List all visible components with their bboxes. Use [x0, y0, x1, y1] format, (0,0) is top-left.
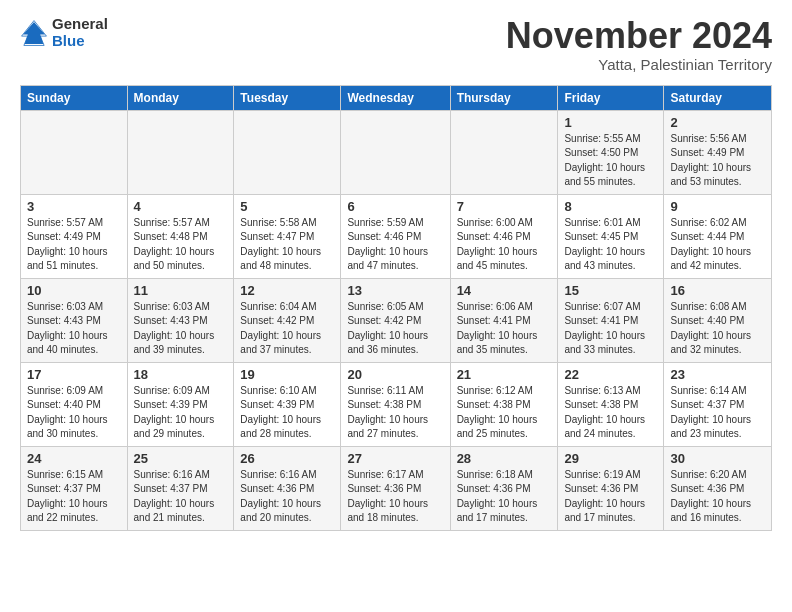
day-info: Sunrise: 6:14 AM Sunset: 4:37 PM Dayligh…: [670, 384, 765, 442]
calendar-header-friday: Friday: [558, 85, 664, 110]
svg-marker-0: [23, 22, 45, 44]
day-number: 6: [347, 199, 443, 214]
day-info: Sunrise: 6:16 AM Sunset: 4:37 PM Dayligh…: [134, 468, 228, 526]
calendar-week-row: 1Sunrise: 5:55 AM Sunset: 4:50 PM Daylig…: [21, 110, 772, 194]
day-info: Sunrise: 6:06 AM Sunset: 4:41 PM Dayligh…: [457, 300, 552, 358]
day-number: 30: [670, 451, 765, 466]
day-number: 14: [457, 283, 552, 298]
calendar-cell: 28Sunrise: 6:18 AM Sunset: 4:36 PM Dayli…: [450, 446, 558, 530]
day-info: Sunrise: 6:20 AM Sunset: 4:36 PM Dayligh…: [670, 468, 765, 526]
calendar-cell: 16Sunrise: 6:08 AM Sunset: 4:40 PM Dayli…: [664, 278, 772, 362]
calendar-cell: 26Sunrise: 6:16 AM Sunset: 4:36 PM Dayli…: [234, 446, 341, 530]
calendar-cell: 4Sunrise: 5:57 AM Sunset: 4:48 PM Daylig…: [127, 194, 234, 278]
calendar-cell: 14Sunrise: 6:06 AM Sunset: 4:41 PM Dayli…: [450, 278, 558, 362]
day-number: 21: [457, 367, 552, 382]
calendar-cell: 17Sunrise: 6:09 AM Sunset: 4:40 PM Dayli…: [21, 362, 128, 446]
page: General Blue November 2024 Yatta, Palest…: [0, 0, 792, 547]
day-info: Sunrise: 6:12 AM Sunset: 4:38 PM Dayligh…: [457, 384, 552, 442]
day-number: 29: [564, 451, 657, 466]
calendar-cell: 11Sunrise: 6:03 AM Sunset: 4:43 PM Dayli…: [127, 278, 234, 362]
day-number: 8: [564, 199, 657, 214]
calendar-cell: 1Sunrise: 5:55 AM Sunset: 4:50 PM Daylig…: [558, 110, 664, 194]
day-number: 24: [27, 451, 121, 466]
calendar-cell: 2Sunrise: 5:56 AM Sunset: 4:49 PM Daylig…: [664, 110, 772, 194]
calendar-cell: [21, 110, 128, 194]
calendar-cell: 23Sunrise: 6:14 AM Sunset: 4:37 PM Dayli…: [664, 362, 772, 446]
calendar-cell: 9Sunrise: 6:02 AM Sunset: 4:44 PM Daylig…: [664, 194, 772, 278]
day-info: Sunrise: 5:59 AM Sunset: 4:46 PM Dayligh…: [347, 216, 443, 274]
calendar-cell: 7Sunrise: 6:00 AM Sunset: 4:46 PM Daylig…: [450, 194, 558, 278]
day-number: 16: [670, 283, 765, 298]
day-info: Sunrise: 6:19 AM Sunset: 4:36 PM Dayligh…: [564, 468, 657, 526]
day-number: 26: [240, 451, 334, 466]
day-info: Sunrise: 5:57 AM Sunset: 4:48 PM Dayligh…: [134, 216, 228, 274]
day-number: 25: [134, 451, 228, 466]
calendar-cell: 30Sunrise: 6:20 AM Sunset: 4:36 PM Dayli…: [664, 446, 772, 530]
day-number: 7: [457, 199, 552, 214]
day-number: 28: [457, 451, 552, 466]
calendar-header-sunday: Sunday: [21, 85, 128, 110]
calendar-header-wednesday: Wednesday: [341, 85, 450, 110]
calendar-cell: 5Sunrise: 5:58 AM Sunset: 4:47 PM Daylig…: [234, 194, 341, 278]
day-info: Sunrise: 6:02 AM Sunset: 4:44 PM Dayligh…: [670, 216, 765, 274]
day-info: Sunrise: 6:09 AM Sunset: 4:40 PM Dayligh…: [27, 384, 121, 442]
day-info: Sunrise: 6:11 AM Sunset: 4:38 PM Dayligh…: [347, 384, 443, 442]
day-info: Sunrise: 5:58 AM Sunset: 4:47 PM Dayligh…: [240, 216, 334, 274]
calendar-cell: 22Sunrise: 6:13 AM Sunset: 4:38 PM Dayli…: [558, 362, 664, 446]
day-info: Sunrise: 5:56 AM Sunset: 4:49 PM Dayligh…: [670, 132, 765, 190]
day-info: Sunrise: 6:04 AM Sunset: 4:42 PM Dayligh…: [240, 300, 334, 358]
calendar-cell: 19Sunrise: 6:10 AM Sunset: 4:39 PM Dayli…: [234, 362, 341, 446]
calendar-cell: 10Sunrise: 6:03 AM Sunset: 4:43 PM Dayli…: [21, 278, 128, 362]
day-info: Sunrise: 5:57 AM Sunset: 4:49 PM Dayligh…: [27, 216, 121, 274]
day-info: Sunrise: 6:16 AM Sunset: 4:36 PM Dayligh…: [240, 468, 334, 526]
calendar-cell: 15Sunrise: 6:07 AM Sunset: 4:41 PM Dayli…: [558, 278, 664, 362]
calendar-week-row: 3Sunrise: 5:57 AM Sunset: 4:49 PM Daylig…: [21, 194, 772, 278]
calendar-cell: 25Sunrise: 6:16 AM Sunset: 4:37 PM Dayli…: [127, 446, 234, 530]
calendar-cell: 20Sunrise: 6:11 AM Sunset: 4:38 PM Dayli…: [341, 362, 450, 446]
day-number: 20: [347, 367, 443, 382]
month-title: November 2024: [506, 16, 772, 56]
calendar-cell: 18Sunrise: 6:09 AM Sunset: 4:39 PM Dayli…: [127, 362, 234, 446]
day-number: 17: [27, 367, 121, 382]
day-info: Sunrise: 6:07 AM Sunset: 4:41 PM Dayligh…: [564, 300, 657, 358]
logo-blue-text: Blue: [52, 33, 108, 50]
day-number: 2: [670, 115, 765, 130]
day-info: Sunrise: 5:55 AM Sunset: 4:50 PM Dayligh…: [564, 132, 657, 190]
calendar-week-row: 24Sunrise: 6:15 AM Sunset: 4:37 PM Dayli…: [21, 446, 772, 530]
day-number: 3: [27, 199, 121, 214]
day-info: Sunrise: 6:10 AM Sunset: 4:39 PM Dayligh…: [240, 384, 334, 442]
day-info: Sunrise: 6:09 AM Sunset: 4:39 PM Dayligh…: [134, 384, 228, 442]
calendar-header-tuesday: Tuesday: [234, 85, 341, 110]
day-number: 4: [134, 199, 228, 214]
calendar-cell: 13Sunrise: 6:05 AM Sunset: 4:42 PM Dayli…: [341, 278, 450, 362]
subtitle: Yatta, Palestinian Territory: [506, 56, 772, 73]
calendar-cell: [234, 110, 341, 194]
day-info: Sunrise: 6:05 AM Sunset: 4:42 PM Dayligh…: [347, 300, 443, 358]
logo-icon: [20, 19, 48, 47]
calendar-header-monday: Monday: [127, 85, 234, 110]
day-number: 19: [240, 367, 334, 382]
calendar-cell: [341, 110, 450, 194]
logo: General Blue: [20, 16, 108, 49]
calendar-cell: 6Sunrise: 5:59 AM Sunset: 4:46 PM Daylig…: [341, 194, 450, 278]
day-number: 12: [240, 283, 334, 298]
calendar-header-row: SundayMondayTuesdayWednesdayThursdayFrid…: [21, 85, 772, 110]
day-info: Sunrise: 6:01 AM Sunset: 4:45 PM Dayligh…: [564, 216, 657, 274]
header: General Blue November 2024 Yatta, Palest…: [20, 16, 772, 73]
day-info: Sunrise: 6:03 AM Sunset: 4:43 PM Dayligh…: [134, 300, 228, 358]
logo-general-text: General: [52, 16, 108, 33]
day-info: Sunrise: 6:15 AM Sunset: 4:37 PM Dayligh…: [27, 468, 121, 526]
calendar-cell: 21Sunrise: 6:12 AM Sunset: 4:38 PM Dayli…: [450, 362, 558, 446]
calendar-cell: 12Sunrise: 6:04 AM Sunset: 4:42 PM Dayli…: [234, 278, 341, 362]
day-number: 10: [27, 283, 121, 298]
day-number: 5: [240, 199, 334, 214]
calendar-cell: 24Sunrise: 6:15 AM Sunset: 4:37 PM Dayli…: [21, 446, 128, 530]
calendar-cell: 27Sunrise: 6:17 AM Sunset: 4:36 PM Dayli…: [341, 446, 450, 530]
calendar-header-saturday: Saturday: [664, 85, 772, 110]
day-info: Sunrise: 6:17 AM Sunset: 4:36 PM Dayligh…: [347, 468, 443, 526]
calendar-cell: 3Sunrise: 5:57 AM Sunset: 4:49 PM Daylig…: [21, 194, 128, 278]
calendar-table: SundayMondayTuesdayWednesdayThursdayFrid…: [20, 85, 772, 531]
day-number: 9: [670, 199, 765, 214]
day-info: Sunrise: 6:13 AM Sunset: 4:38 PM Dayligh…: [564, 384, 657, 442]
day-number: 23: [670, 367, 765, 382]
